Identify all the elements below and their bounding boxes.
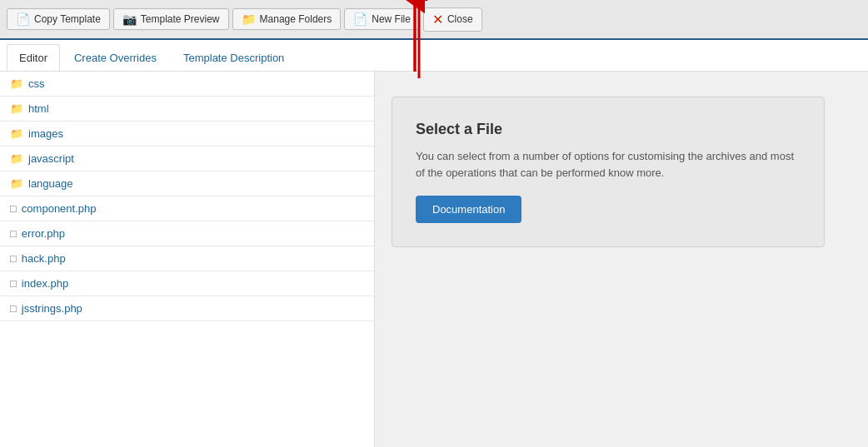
template-preview-icon: 📷: [122, 12, 137, 26]
file-icon: □: [10, 252, 17, 265]
folder-icon: 📁: [10, 152, 23, 165]
list-item[interactable]: 📁 images: [0, 122, 374, 147]
copy-template-icon: 📄: [16, 12, 30, 26]
file-name: javascript: [28, 152, 74, 165]
tab-template-description[interactable]: Template Description: [171, 44, 297, 71]
tab-create-overrides[interactable]: Create Overrides: [62, 44, 169, 71]
file-icon: □: [10, 227, 17, 240]
file-tree: 📁 css 📁 html 📁 images 📁 javascript 📁 lan…: [0, 72, 375, 447]
tab-editor[interactable]: Editor: [7, 44, 60, 71]
close-icon: ✕: [432, 12, 443, 27]
file-name: html: [28, 102, 49, 115]
template-preview-label: Template Preview: [141, 13, 220, 25]
file-name: hack.php: [22, 252, 66, 265]
file-name: images: [28, 127, 63, 140]
select-file-panel: Select a File You can select from a numb…: [392, 97, 825, 247]
list-item[interactable]: 📁 javascript: [0, 147, 374, 171]
file-icon: □: [10, 277, 17, 290]
list-item[interactable]: 📁 language: [0, 171, 374, 196]
list-item[interactable]: □ jsstrings.php: [0, 296, 374, 321]
file-name: index.php: [22, 277, 68, 290]
manage-folders-button[interactable]: 📁 Manage Folders: [232, 8, 342, 30]
list-item[interactable]: □ component.php: [0, 196, 374, 221]
file-name: jsstrings.php: [22, 302, 82, 315]
file-name: language: [28, 177, 73, 190]
file-name: error.php: [22, 227, 65, 240]
new-file-icon: 📄: [353, 12, 367, 26]
file-icon: □: [10, 302, 17, 315]
folder-icon: 📁: [10, 77, 23, 90]
folder-icon: 📁: [10, 102, 23, 115]
documentation-button[interactable]: Documentation: [416, 196, 521, 223]
folder-icon: 📁: [10, 177, 23, 190]
template-preview-button[interactable]: 📷 Template Preview: [113, 8, 229, 30]
toolbar: 📄 Copy Template 📷 Template Preview 📁 Man…: [0, 0, 868, 40]
select-file-description: You can select from a number of options …: [416, 148, 801, 181]
list-item[interactable]: □ hack.php: [0, 246, 374, 271]
close-label: Close: [447, 13, 473, 25]
list-item[interactable]: 📁 html: [0, 97, 374, 122]
folder-icon: 📁: [10, 127, 23, 140]
copy-template-label: Copy Template: [34, 13, 101, 25]
close-button[interactable]: ✕ Close: [423, 7, 482, 32]
file-name: css: [28, 77, 45, 90]
select-file-title: Select a File: [416, 121, 801, 138]
copy-template-button[interactable]: 📄 Copy Template: [7, 8, 110, 30]
file-name: component.php: [22, 202, 97, 215]
file-icon: □: [10, 202, 17, 215]
tabs-bar: Editor Create Overrides Template Descrip…: [0, 40, 868, 72]
list-item[interactable]: 📁 css: [0, 72, 374, 97]
right-panel: Select a File You can select from a numb…: [375, 72, 868, 447]
manage-folders-label: Manage Folders: [260, 13, 332, 25]
new-file-label: New File: [372, 13, 411, 25]
list-item[interactable]: □ error.php: [0, 221, 374, 246]
new-file-button[interactable]: 📄 New File: [344, 8, 420, 30]
content-area: 📁 css 📁 html 📁 images 📁 javascript 📁 lan…: [0, 72, 868, 447]
manage-folders-icon: 📁: [242, 12, 256, 26]
list-item[interactable]: □ index.php: [0, 271, 374, 296]
